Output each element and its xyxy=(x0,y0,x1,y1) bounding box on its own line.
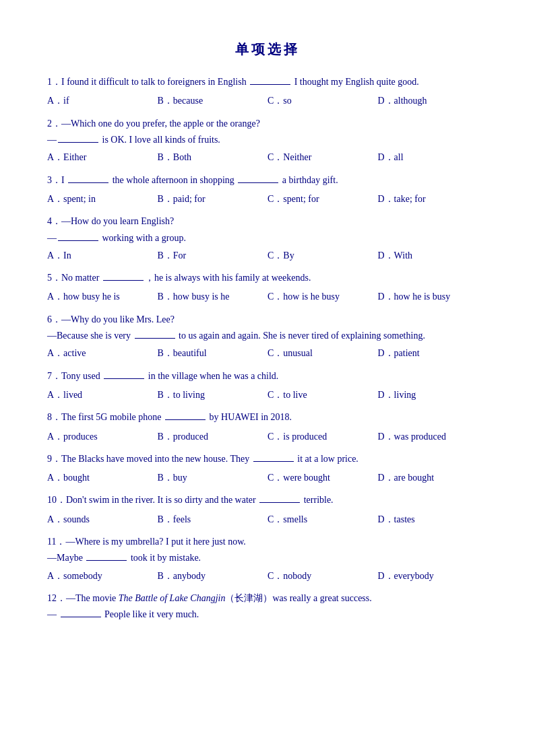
q4-blank xyxy=(58,240,98,241)
q7-options: A．lived B．to living C．to live D．living xyxy=(47,386,488,403)
question-2: 2．—Which one do you prefer, the apple or… xyxy=(47,116,488,166)
q11-option-d: D．everybody xyxy=(378,568,489,584)
page-title: 单项选择 xyxy=(47,40,488,59)
q2-dialog-1: 2．—Which one do you prefer, the apple or… xyxy=(47,116,488,131)
questions-container: 1．I found it difficult to talk to foreig… xyxy=(47,75,488,623)
q4-dialog-2: — working with a group. xyxy=(47,231,488,246)
q10-stem: 10．Don't swim in the river. It is so dir… xyxy=(47,493,488,508)
q7-blank xyxy=(104,378,144,379)
q9-option-a: A．bought xyxy=(47,469,158,486)
q10-blank xyxy=(259,502,300,503)
q3-option-d: D．take; for xyxy=(378,191,489,207)
q11-option-a: A．somebody xyxy=(47,568,158,584)
q11-option-c: C．nobody xyxy=(268,568,378,584)
q7-option-d: D．living xyxy=(378,386,489,403)
q6-option-a: A．active xyxy=(47,345,158,362)
question-10: 10．Don't swim in the river. It is so dir… xyxy=(47,493,488,528)
q5-blank xyxy=(103,280,144,281)
q9-option-c: C．were bought xyxy=(268,469,378,486)
q4-option-b: B．For xyxy=(158,247,268,264)
q9-option-b: B．buy xyxy=(158,469,268,486)
q5-option-c: C．how is he busy xyxy=(268,288,378,305)
question-1: 1．I found it difficult to talk to foreig… xyxy=(47,75,488,110)
q2-options: A．Either B．Both C．Neither D．all xyxy=(47,149,488,166)
q10-option-b: B．feels xyxy=(158,511,268,528)
q1-option-b: B．because xyxy=(158,92,268,109)
q2-blank xyxy=(58,142,98,143)
q5-options: A．how busy he is B．how busy is he C．how … xyxy=(47,288,488,305)
question-6: 6．—Why do you like Mrs. Lee? —Because sh… xyxy=(47,312,488,362)
question-7: 7．Tony used in the village when he was a… xyxy=(47,369,488,404)
q9-options: A．bought B．buy C．were bought D．are bough… xyxy=(47,469,488,486)
q7-option-b: B．to living xyxy=(158,386,268,403)
q1-option-d: D．although xyxy=(378,92,489,109)
q7-stem: 7．Tony used in the village when he was a… xyxy=(47,369,488,384)
q1-stem: 1．I found it difficult to talk to foreig… xyxy=(47,75,488,90)
q11-dialog-2: —Maybe took it by mistake. xyxy=(47,551,488,565)
q9-blank xyxy=(253,461,294,462)
q6-dialog-2: —Because she is very to us again and aga… xyxy=(47,329,488,343)
q1-option-c: C．so xyxy=(268,92,378,109)
q3-options: A．spent; in B．paid; for C．spent; for D．t… xyxy=(47,191,488,207)
q6-blank xyxy=(135,338,175,339)
q4-dialog-1: 4．—How do you learn English? xyxy=(47,214,488,229)
q3-blank1 xyxy=(68,182,108,183)
q5-option-d: D．how he is busy xyxy=(378,288,489,305)
q6-option-d: D．patient xyxy=(378,345,489,362)
q1-options: A．if B．because C．so D．although xyxy=(47,92,488,109)
question-11: 11．—Where is my umbrella? I put it here … xyxy=(47,535,488,584)
q7-option-a: A．lived xyxy=(47,386,158,403)
q8-option-d: D．was produced xyxy=(378,428,489,445)
q5-option-a: A．how busy he is xyxy=(47,288,158,305)
q2-option-b: B．Both xyxy=(158,149,268,166)
q11-options: A．somebody B．anybody C．nobody D．everybod… xyxy=(47,568,488,584)
q10-option-a: A．sounds xyxy=(47,511,158,528)
q8-options: A．produces B．produced C．is produced D．wa… xyxy=(47,428,488,445)
q6-dialog-1: 6．—Why do you like Mrs. Lee? xyxy=(47,312,488,327)
q11-option-b: B．anybody xyxy=(158,568,268,584)
q12-dialog-1: 12．—The movie The Battle of Lake Changji… xyxy=(47,591,488,606)
q9-option-d: D．are bought xyxy=(378,469,489,486)
q2-option-d: D．all xyxy=(378,149,489,166)
q5-option-b: B．how busy is he xyxy=(158,288,268,305)
q10-option-c: C．smells xyxy=(268,511,378,528)
q10-option-d: D．tastes xyxy=(378,511,489,528)
q8-option-a: A．produces xyxy=(47,428,158,445)
q6-option-b: B．beautiful xyxy=(158,345,268,362)
q4-option-a: A．In xyxy=(47,247,158,264)
q4-options: A．In B．For C．By D．With xyxy=(47,247,488,264)
q4-option-c: C．By xyxy=(268,247,378,264)
q2-option-a: A．Either xyxy=(47,149,158,166)
q3-blank2 xyxy=(238,182,278,183)
q8-option-c: C．is produced xyxy=(268,428,378,445)
question-8: 8．The first 5G mobile phone by HUAWEI in… xyxy=(47,410,488,445)
question-3: 3．I the whole afternoon in shopping a bi… xyxy=(47,173,488,208)
q8-option-b: B．produced xyxy=(158,428,268,445)
q3-option-c: C．spent; for xyxy=(268,191,378,207)
q2-dialog-2: — is OK. I love all kinds of fruits. xyxy=(47,133,488,147)
question-9: 9．The Blacks have moved into the new hou… xyxy=(47,452,488,487)
q3-stem: 3．I the whole afternoon in shopping a bi… xyxy=(47,173,488,188)
question-12: 12．—The movie The Battle of Lake Changji… xyxy=(47,591,488,623)
q11-blank xyxy=(86,560,127,561)
q3-option-b: B．paid; for xyxy=(158,191,268,207)
q1-option-a: A．if xyxy=(47,92,158,109)
q2-option-c: C．Neither xyxy=(268,149,378,166)
q10-options: A．sounds B．feels C．smells D．tastes xyxy=(47,511,488,528)
q12-blank xyxy=(61,617,101,617)
question-5: 5．No matter ，he is always with his famil… xyxy=(47,271,488,306)
q6-options: A．active B．beautiful C．unusual D．patient xyxy=(47,345,488,362)
q1-blank xyxy=(250,84,290,85)
q3-option-a: A．spent; in xyxy=(47,191,158,207)
q11-dialog-1: 11．—Where is my umbrella? I put it here … xyxy=(47,535,488,549)
q7-option-c: C．to live xyxy=(268,386,378,403)
q8-blank xyxy=(165,419,206,420)
q9-stem: 9．The Blacks have moved into the new hou… xyxy=(47,452,488,467)
question-4: 4．—How do you learn English? — working w… xyxy=(47,214,488,264)
q4-option-d: D．With xyxy=(378,247,489,264)
q5-stem: 5．No matter ，he is always with his famil… xyxy=(47,271,488,285)
q12-dialog-2: — People like it very much. xyxy=(47,607,488,622)
q8-stem: 8．The first 5G mobile phone by HUAWEI in… xyxy=(47,410,488,425)
q6-option-c: C．unusual xyxy=(268,345,378,362)
